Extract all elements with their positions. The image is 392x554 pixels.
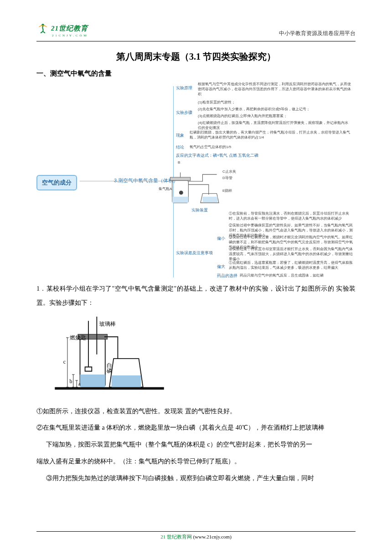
mm-equation: 反应的文字表达式：磷+氧气 点燃 五氧化二磷 bbox=[176, 153, 258, 159]
fig-b-label: b bbox=[70, 378, 72, 384]
mm-err5: ①点燃红磷后，迅速塞紧瓶塞；若慢了，红磷燃烧时温度升高，使得气体膨胀从瓶内溢出，… bbox=[229, 260, 355, 270]
mm-principle-label: 实验原理 bbox=[176, 85, 192, 91]
mm-choice-label: 药品的选择 bbox=[217, 273, 237, 279]
q1-step3a: 下端加热，按图示装置把集气瓶中（整个集气瓶的体积是 c）的空气密封起来，把长导管… bbox=[36, 438, 356, 452]
q1-step1: ①如图所示，连接仪器，检查装置的气密性。发现装 置的气密性良好。 bbox=[36, 405, 356, 419]
svg-rect-4 bbox=[202, 197, 217, 202]
svg-rect-3 bbox=[170, 177, 190, 180]
mm-big-label: 偏大 bbox=[217, 264, 225, 270]
logo-block: 21世纪教育 2 1 C N J Y . C O M bbox=[36, 22, 88, 37]
mm-small-label: 偏小 bbox=[217, 236, 225, 241]
q1-step4: ③用力把预先加热过的玻璃棒按下与白磷接触，观察到白磷立即着火燃烧，产生大量白烟，… bbox=[36, 472, 356, 486]
svg-rect-5 bbox=[172, 197, 189, 203]
mm-err4: ④实验结束，待装置冷却至室温后才能打开止水夹，否则会因为集气瓶内气体温度较高，气… bbox=[229, 246, 355, 262]
fig-spoon-label: 燃烧匙 bbox=[70, 334, 86, 340]
mm-principle-text: 根据氧气与空气中其他成分化学性质不同进行测定，利用反应消耗掉密闭容器内的氧气，从… bbox=[198, 82, 351, 97]
mm-conclusion-label: 结论 bbox=[176, 144, 184, 150]
mm-steps-label: 实验步骤 bbox=[176, 110, 192, 116]
q1-intro: 1．某校科学小组在学习了"空气中氧气含量测定"的基础上，改进了教材中的实验，设计… bbox=[36, 282, 356, 310]
mm-root: 空气的成分 bbox=[36, 175, 77, 190]
logo-subtext: 2 1 C N J Y . C O M bbox=[52, 34, 88, 37]
mm-apparatus-a: 集气瓶A bbox=[159, 186, 172, 191]
footer-brand: 21 世纪教育网 bbox=[160, 534, 192, 539]
mm-err1: ①在实验前，导管应预先注满水，否则在燃烧完后，装置冷却后打开止水夹时，进入的水会… bbox=[229, 211, 355, 221]
mm-step4: (4)红磷燃烧停止后，振荡集气瓶，直温度降低到室温后打开弹簧夹，观察现象，并记录… bbox=[198, 120, 351, 130]
mm-apparatus-d: D导管 bbox=[222, 175, 232, 180]
mm-apparatus-c: C止水夹 bbox=[222, 169, 236, 174]
logo-text: 21世纪教育 bbox=[51, 24, 88, 33]
mm-step1: (1)检查装置的气密性； bbox=[198, 100, 235, 105]
mm-error-label: 实验误差及注意事项 bbox=[176, 250, 213, 256]
svg-point-6 bbox=[179, 190, 183, 195]
q1-step3b: 端放入盛有足量水的烧杯中。（注：集气瓶内的长导管已伸到了瓶底）。 bbox=[36, 455, 356, 469]
fig-c-label: c bbox=[63, 359, 66, 365]
fig-p-label1: 白 bbox=[107, 362, 112, 368]
mm-phenomena-text: 红磷剧烈燃烧，放出大量的热，有大量白烟产生；待集气瓶冷却后，打开止水夹，水经导管… bbox=[190, 130, 351, 140]
mm-conclusion-text: 氧气约占空气总体积的1/5 bbox=[190, 144, 231, 149]
footer-url: (www.21cnjy.com) bbox=[193, 534, 232, 539]
mm-apparatus-e: E烧杯 bbox=[222, 188, 232, 193]
svg-rect-13 bbox=[112, 375, 141, 387]
q1-figure: 玻璃棒 燃烧匙 白 磷 c b a bbox=[55, 317, 356, 398]
mm-choice-text: 药品只能与空气中的氧气反应，且生成固体，如红磷 bbox=[240, 273, 324, 278]
mm-apparatus-label: 实验装置 bbox=[191, 207, 208, 213]
header-right-text: 中小学教育资源及组卷应用平台 bbox=[279, 30, 356, 37]
page-title: 第八周周末专题（3.1 节四类实验探究） bbox=[36, 51, 356, 63]
page-footer: 21 世纪教育网 (www.21cnjy.com) bbox=[0, 531, 392, 540]
fig-a-label: a bbox=[78, 381, 81, 386]
mm-apparatus-b: B bbox=[178, 160, 180, 165]
svg-rect-10 bbox=[80, 374, 105, 387]
q1-step2: ②在集气瓶里装进适量 a 体积的水，燃烧匙里放一块白磷（其着火点是 40℃），并… bbox=[36, 421, 356, 435]
mm-step3: (3)点燃燃烧匙内的红磷后,立即伸入瓶内并把瓶塞塞紧； bbox=[198, 113, 287, 118]
fig-rod-label: 玻璃棒 bbox=[99, 321, 116, 327]
header-rule bbox=[36, 41, 356, 41]
mm-step2: (2)先在集气瓶中加入少量水，再把剩余的容积分成5等份，做上记号； bbox=[198, 107, 310, 112]
fig-p-label2: 磷 bbox=[106, 368, 112, 374]
logo-icon bbox=[36, 22, 49, 35]
mindmap: 空气的成分 3.测空气中氧气含量（体积） 实验原理 根据氧气与空气中其他成分化学… bbox=[36, 82, 356, 277]
section-heading: 一、测空气中氧气的含量 bbox=[36, 69, 356, 78]
mm-phenomena-label: 现象 bbox=[176, 133, 184, 138]
page-header: 21世纪教育 2 1 C N J Y . C O M 中小学教育资源及组卷应用平… bbox=[36, 22, 356, 37]
